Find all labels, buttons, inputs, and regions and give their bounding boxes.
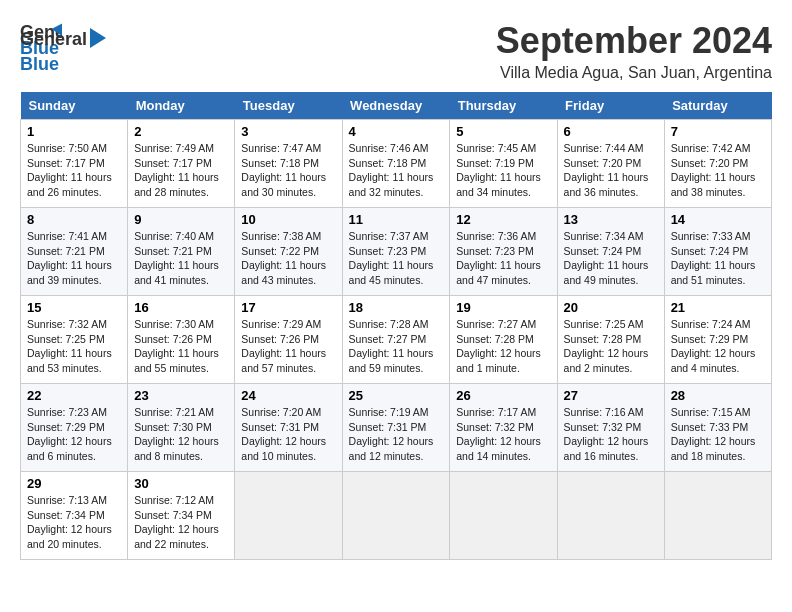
day-cell-29: 29Sunrise: 7:13 AMSunset: 7:34 PMDayligh… — [21, 472, 128, 560]
day-details: Sunrise: 7:13 AMSunset: 7:34 PMDaylight:… — [27, 493, 121, 552]
day-cell-5: 5Sunrise: 7:45 AMSunset: 7:19 PMDaylight… — [450, 120, 557, 208]
day-cell-1: 1Sunrise: 7:50 AMSunset: 7:17 PMDaylight… — [21, 120, 128, 208]
day-details: Sunrise: 7:40 AMSunset: 7:21 PMDaylight:… — [134, 229, 228, 288]
day-details: Sunrise: 7:23 AMSunset: 7:29 PMDaylight:… — [27, 405, 121, 464]
header-friday: Friday — [557, 92, 664, 120]
empty-cell — [342, 472, 450, 560]
day-cell-21: 21Sunrise: 7:24 AMSunset: 7:29 PMDayligh… — [664, 296, 771, 384]
day-details: Sunrise: 7:33 AMSunset: 7:24 PMDaylight:… — [671, 229, 765, 288]
day-cell-13: 13Sunrise: 7:34 AMSunset: 7:24 PMDayligh… — [557, 208, 664, 296]
day-cell-17: 17Sunrise: 7:29 AMSunset: 7:26 PMDayligh… — [235, 296, 342, 384]
header-tuesday: Tuesday — [235, 92, 342, 120]
day-cell-23: 23Sunrise: 7:21 AMSunset: 7:30 PMDayligh… — [128, 384, 235, 472]
day-cell-7: 7Sunrise: 7:42 AMSunset: 7:20 PMDaylight… — [664, 120, 771, 208]
day-number: 16 — [134, 300, 228, 315]
day-details: Sunrise: 7:50 AMSunset: 7:17 PMDaylight:… — [27, 141, 121, 200]
day-number: 18 — [349, 300, 444, 315]
day-details: Sunrise: 7:34 AMSunset: 7:24 PMDaylight:… — [564, 229, 658, 288]
day-number: 9 — [134, 212, 228, 227]
day-cell-16: 16Sunrise: 7:30 AMSunset: 7:26 PMDayligh… — [128, 296, 235, 384]
day-number: 28 — [671, 388, 765, 403]
day-cell-8: 8Sunrise: 7:41 AMSunset: 7:21 PMDaylight… — [21, 208, 128, 296]
day-number: 24 — [241, 388, 335, 403]
day-details: Sunrise: 7:42 AMSunset: 7:20 PMDaylight:… — [671, 141, 765, 200]
day-number: 23 — [134, 388, 228, 403]
day-details: Sunrise: 7:37 AMSunset: 7:23 PMDaylight:… — [349, 229, 444, 288]
day-number: 5 — [456, 124, 550, 139]
page-header: General Blue General Blue September 2024… — [20, 20, 772, 82]
day-cell-4: 4Sunrise: 7:46 AMSunset: 7:18 PMDaylight… — [342, 120, 450, 208]
empty-cell — [664, 472, 771, 560]
day-details: Sunrise: 7:30 AMSunset: 7:26 PMDaylight:… — [134, 317, 228, 376]
day-details: Sunrise: 7:17 AMSunset: 7:32 PMDaylight:… — [456, 405, 550, 464]
day-details: Sunrise: 7:32 AMSunset: 7:25 PMDaylight:… — [27, 317, 121, 376]
month-title: September 2024 — [496, 20, 772, 62]
day-cell-10: 10Sunrise: 7:38 AMSunset: 7:22 PMDayligh… — [235, 208, 342, 296]
days-header-row: SundayMondayTuesdayWednesdayThursdayFrid… — [21, 92, 772, 120]
day-cell-27: 27Sunrise: 7:16 AMSunset: 7:32 PMDayligh… — [557, 384, 664, 472]
day-details: Sunrise: 7:38 AMSunset: 7:22 PMDaylight:… — [241, 229, 335, 288]
day-details: Sunrise: 7:12 AMSunset: 7:34 PMDaylight:… — [134, 493, 228, 552]
day-number: 17 — [241, 300, 335, 315]
empty-cell — [235, 472, 342, 560]
day-cell-25: 25Sunrise: 7:19 AMSunset: 7:31 PMDayligh… — [342, 384, 450, 472]
day-details: Sunrise: 7:47 AMSunset: 7:18 PMDaylight:… — [241, 141, 335, 200]
day-details: Sunrise: 7:16 AMSunset: 7:32 PMDaylight:… — [564, 405, 658, 464]
day-cell-24: 24Sunrise: 7:20 AMSunset: 7:31 PMDayligh… — [235, 384, 342, 472]
day-details: Sunrise: 7:20 AMSunset: 7:31 PMDaylight:… — [241, 405, 335, 464]
day-number: 8 — [27, 212, 121, 227]
day-details: Sunrise: 7:49 AMSunset: 7:17 PMDaylight:… — [134, 141, 228, 200]
day-number: 1 — [27, 124, 121, 139]
day-details: Sunrise: 7:29 AMSunset: 7:26 PMDaylight:… — [241, 317, 335, 376]
day-number: 2 — [134, 124, 228, 139]
day-cell-14: 14Sunrise: 7:33 AMSunset: 7:24 PMDayligh… — [664, 208, 771, 296]
header-monday: Monday — [128, 92, 235, 120]
day-number: 21 — [671, 300, 765, 315]
logo: General Blue General Blue — [20, 20, 108, 75]
day-number: 19 — [456, 300, 550, 315]
calendar-table: SundayMondayTuesdayWednesdayThursdayFrid… — [20, 92, 772, 560]
day-details: Sunrise: 7:15 AMSunset: 7:33 PMDaylight:… — [671, 405, 765, 464]
week-row-3: 15Sunrise: 7:32 AMSunset: 7:25 PMDayligh… — [21, 296, 772, 384]
day-cell-12: 12Sunrise: 7:36 AMSunset: 7:23 PMDayligh… — [450, 208, 557, 296]
day-number: 11 — [349, 212, 444, 227]
day-details: Sunrise: 7:21 AMSunset: 7:30 PMDaylight:… — [134, 405, 228, 464]
title-area: September 2024 Villa Media Agua, San Jua… — [496, 20, 772, 82]
day-cell-28: 28Sunrise: 7:15 AMSunset: 7:33 PMDayligh… — [664, 384, 771, 472]
empty-cell — [450, 472, 557, 560]
day-details: Sunrise: 7:28 AMSunset: 7:27 PMDaylight:… — [349, 317, 444, 376]
day-number: 30 — [134, 476, 228, 491]
day-number: 29 — [27, 476, 121, 491]
day-cell-26: 26Sunrise: 7:17 AMSunset: 7:32 PMDayligh… — [450, 384, 557, 472]
day-number: 20 — [564, 300, 658, 315]
day-cell-11: 11Sunrise: 7:37 AMSunset: 7:23 PMDayligh… — [342, 208, 450, 296]
week-row-2: 8Sunrise: 7:41 AMSunset: 7:21 PMDaylight… — [21, 208, 772, 296]
header-thursday: Thursday — [450, 92, 557, 120]
logo-triangle-icon — [88, 24, 108, 52]
header-saturday: Saturday — [664, 92, 771, 120]
day-number: 26 — [456, 388, 550, 403]
week-row-4: 22Sunrise: 7:23 AMSunset: 7:29 PMDayligh… — [21, 384, 772, 472]
day-cell-30: 30Sunrise: 7:12 AMSunset: 7:34 PMDayligh… — [128, 472, 235, 560]
day-number: 10 — [241, 212, 335, 227]
svg-marker-3 — [90, 28, 106, 48]
day-details: Sunrise: 7:25 AMSunset: 7:28 PMDaylight:… — [564, 317, 658, 376]
day-details: Sunrise: 7:44 AMSunset: 7:20 PMDaylight:… — [564, 141, 658, 200]
day-cell-20: 20Sunrise: 7:25 AMSunset: 7:28 PMDayligh… — [557, 296, 664, 384]
day-details: Sunrise: 7:36 AMSunset: 7:23 PMDaylight:… — [456, 229, 550, 288]
logo-blue: Blue — [20, 54, 59, 74]
day-cell-2: 2Sunrise: 7:49 AMSunset: 7:17 PMDaylight… — [128, 120, 235, 208]
day-details: Sunrise: 7:19 AMSunset: 7:31 PMDaylight:… — [349, 405, 444, 464]
day-details: Sunrise: 7:27 AMSunset: 7:28 PMDaylight:… — [456, 317, 550, 376]
day-details: Sunrise: 7:41 AMSunset: 7:21 PMDaylight:… — [27, 229, 121, 288]
week-row-1: 1Sunrise: 7:50 AMSunset: 7:17 PMDaylight… — [21, 120, 772, 208]
logo-general: General — [20, 29, 87, 50]
day-cell-18: 18Sunrise: 7:28 AMSunset: 7:27 PMDayligh… — [342, 296, 450, 384]
day-number: 6 — [564, 124, 658, 139]
day-cell-22: 22Sunrise: 7:23 AMSunset: 7:29 PMDayligh… — [21, 384, 128, 472]
day-number: 12 — [456, 212, 550, 227]
day-number: 7 — [671, 124, 765, 139]
day-cell-3: 3Sunrise: 7:47 AMSunset: 7:18 PMDaylight… — [235, 120, 342, 208]
header-wednesday: Wednesday — [342, 92, 450, 120]
day-number: 3 — [241, 124, 335, 139]
